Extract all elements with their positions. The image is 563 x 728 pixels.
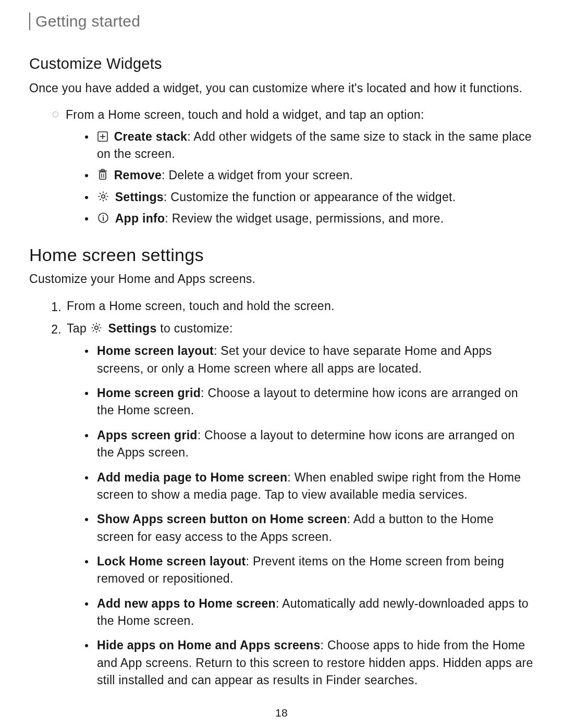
heading-home-screen-settings: Home screen settings xyxy=(29,245,534,265)
option-label: App info xyxy=(115,212,165,225)
list-item: 2. Tap Settings to customize: xyxy=(29,320,534,338)
bullet-dot xyxy=(81,128,92,139)
bullet-dot xyxy=(81,427,92,437)
page-number: 18 xyxy=(29,707,534,719)
list-text: Tap Settings to customize: xyxy=(67,320,534,337)
paragraph: Customize your Home and Apps screens. xyxy=(29,270,534,288)
list-text: Hide apps on Home and Apps screens: Choo… xyxy=(97,637,534,689)
text-bold: Settings xyxy=(108,322,156,335)
list-item: Add new apps to Home screen: Automatical… xyxy=(81,595,534,630)
sub-list: Create stack: Add other widgets of the s… xyxy=(29,128,534,228)
list-text: Add media page to Home screen: When enab… xyxy=(97,469,534,504)
bullet-dot xyxy=(81,210,92,220)
list-text: Create stack: Add other widgets of the s… xyxy=(97,128,534,163)
bullet-dot xyxy=(81,342,92,353)
list-item: Settings: Customize the function or appe… xyxy=(81,189,534,206)
option-label: Create stack xyxy=(114,130,187,143)
breadcrumb-wrap: Getting started xyxy=(29,13,534,30)
bullet-dot xyxy=(81,385,92,395)
bullet-dot xyxy=(81,469,92,479)
list-text: From a Home screen, touch and hold the s… xyxy=(67,298,534,315)
bullet-dot xyxy=(81,553,92,563)
bullet-dot xyxy=(81,167,92,177)
svg-rect-3 xyxy=(100,172,106,179)
option-desc: : Delete a widget from your screen. xyxy=(162,168,353,182)
settings-icon xyxy=(90,322,103,334)
number-marker: 2. xyxy=(50,320,62,338)
remove-icon xyxy=(97,168,108,181)
paragraph: Once you have added a widget, you can cu… xyxy=(29,80,534,97)
list-item: Show Apps screen button on Home screen: … xyxy=(81,511,534,546)
list-text: Settings: Customize the function or appe… xyxy=(97,189,534,206)
bullet-dot xyxy=(81,189,92,199)
option-label: Add new apps to Home screen xyxy=(97,597,276,610)
list-item: 1. From a Home screen, touch and hold th… xyxy=(29,298,534,316)
breadcrumb: Getting started xyxy=(35,13,534,30)
list-text: Home screen layout: Set your device to h… xyxy=(97,342,534,377)
app-info-icon xyxy=(97,212,109,224)
list-text: Remove: Delete a widget from your screen… xyxy=(97,167,534,184)
text: to customize: xyxy=(160,322,232,335)
option-label: Apps screen grid xyxy=(97,428,198,442)
list-item: Add media page to Home screen: When enab… xyxy=(81,469,534,504)
list-text: App info: Review the widget usage, permi… xyxy=(97,210,534,227)
text: Tap xyxy=(67,322,87,335)
option-desc: : Review the widget usage, permissions, … xyxy=(165,212,444,225)
settings-icon xyxy=(97,190,109,203)
svg-rect-5 xyxy=(101,169,104,171)
option-label: Settings xyxy=(115,190,164,204)
option-label: Home screen layout xyxy=(97,344,214,357)
list-text: Lock Home screen layout: Prevent items o… xyxy=(97,553,534,588)
list-text: From a Home screen, touch and hold a wid… xyxy=(66,106,534,124)
list-item: From a Home screen, touch and hold a wid… xyxy=(29,106,534,124)
bullet-dot xyxy=(81,637,92,647)
list-item: Apps screen grid: Choose a layout to det… xyxy=(81,427,534,462)
list-text: Show Apps screen button on Home screen: … xyxy=(97,511,534,546)
bullet-hollow xyxy=(50,106,60,117)
option-label: Add media page to Home screen xyxy=(97,471,287,484)
list-text: Add new apps to Home screen: Automatical… xyxy=(97,595,534,630)
list-text: Apps screen grid: Choose a layout to det… xyxy=(97,427,534,462)
sub-list: Home screen layout: Set your device to h… xyxy=(29,342,534,689)
svg-point-12 xyxy=(94,326,97,329)
create-stack-icon xyxy=(97,131,108,142)
svg-point-10 xyxy=(103,215,104,216)
list-item: Home screen grid: Choose a layout to det… xyxy=(81,385,534,419)
option-label: Lock Home screen layout xyxy=(97,554,246,568)
list-item: Remove: Delete a widget from your screen… xyxy=(81,167,534,184)
list-item: Home screen layout: Set your device to h… xyxy=(81,342,534,377)
heading-customize-widgets: Customize Widgets xyxy=(29,55,534,72)
list-item: Lock Home screen layout: Prevent items o… xyxy=(81,553,534,588)
svg-point-8 xyxy=(102,195,105,198)
option-desc: : Customize the function or appearance o… xyxy=(164,190,456,204)
option-label: Show Apps screen button on Home screen xyxy=(97,512,347,526)
option-label: Hide apps on Home and Apps screens xyxy=(97,638,321,652)
list-item: App info: Review the widget usage, permi… xyxy=(81,210,534,227)
option-label: Remove xyxy=(114,168,162,182)
option-label: Home screen grid xyxy=(97,386,201,400)
list-item: Hide apps on Home and Apps screens: Choo… xyxy=(81,637,534,689)
bullet-dot xyxy=(81,595,92,606)
list-item: Create stack: Add other widgets of the s… xyxy=(81,128,534,163)
number-marker: 1. xyxy=(50,298,62,316)
bullet-dot xyxy=(81,511,92,521)
page: Getting started Customize Widgets Once y… xyxy=(0,0,563,719)
list-text: Home screen grid: Choose a layout to det… xyxy=(97,385,534,419)
